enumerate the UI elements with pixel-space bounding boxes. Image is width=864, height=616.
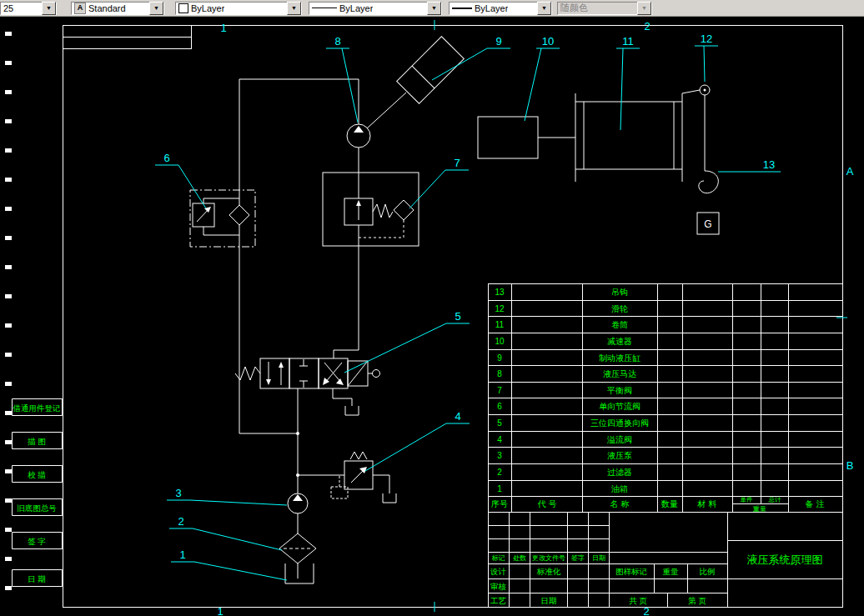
tb-process-date: 日期 — [541, 596, 557, 605]
tb-sign: 签字 — [571, 554, 585, 562]
color-combo-arrow-icon[interactable]: ▼ — [287, 2, 301, 15]
layer-combo-arrow-icon[interactable]: ▼ — [42, 2, 56, 15]
drawing-canvas[interactable]: 借通用件登记 描 图 校 描 旧底图总号 签 字 日 期 1 2 1 2 A B — [0, 0, 864, 616]
parts-row-name: 滑轮 — [611, 304, 628, 313]
tb-count: 处数 — [513, 554, 526, 562]
parts-header-remarks: 备 注 — [806, 499, 825, 508]
title-block: 标记 处数 更改文件号 签字 日期 设计 标准化 审核 工艺 日期 图样标记 重… — [488, 512, 842, 608]
parts-row-name: 液压泵 — [607, 451, 632, 460]
motor-brake-link — [367, 93, 406, 128]
text-style-combo-value: Standard — [88, 3, 126, 13]
lineweight-combo[interactable]: ByLayer ▼ — [449, 2, 552, 15]
callout-number-8: 8 — [334, 35, 340, 48]
parts-header-material: 材 料 — [697, 499, 717, 508]
parts-row-no: 4 — [497, 435, 502, 444]
layer-combo-value: 25 — [3, 3, 13, 13]
callout-number-10: 10 — [542, 35, 554, 48]
parts-row-no: 13 — [495, 288, 505, 297]
lineweight-sample-icon — [452, 8, 472, 9]
linetype-sample-icon — [312, 8, 337, 8]
margin-label: 签 字 — [28, 537, 46, 546]
margin-label: 校 描 — [27, 470, 46, 479]
motor-flow-triangle — [354, 126, 364, 133]
callout-number-5: 5 — [455, 310, 460, 323]
color-combo[interactable]: ByLayer ▼ — [175, 2, 302, 15]
margin-scale-ticks — [5, 32, 12, 590]
lineweight-combo-arrow-icon[interactable]: ▼ — [537, 2, 551, 15]
tb-date: 日期 — [592, 554, 605, 562]
callouts: 1 2 3 4 5 6 7 8 9 10 11 12 13 — [155, 33, 781, 580]
hydraulic-motor-symbol — [347, 93, 406, 148]
margin-label: 描 图 — [27, 437, 46, 446]
relief-valve-symbol — [298, 452, 396, 503]
callout-number-1: 1 — [179, 548, 185, 561]
parts-row-name: 吊钩 — [611, 288, 628, 297]
zone-markers: 1 2 1 2 A B — [217, 20, 853, 616]
parts-row-name: 三位四通换向阀 — [590, 418, 649, 428]
hook-symbol — [699, 163, 719, 193]
tb-audit: 审核 — [490, 582, 507, 591]
balance-check-diamond — [394, 200, 414, 220]
parts-row-no: 3 — [497, 451, 502, 460]
parts-row-no: 2 — [497, 468, 502, 477]
parts-row-name: 过滤器 — [607, 468, 632, 477]
linetype-combo[interactable]: ByLayer ▼ — [309, 2, 442, 15]
parts-table-horizontal-lines — [488, 284, 842, 513]
callout-number-2: 2 — [178, 515, 183, 528]
reducer-symbol — [478, 117, 538, 158]
callout-number-3: 3 — [175, 487, 181, 499]
tb-change-doc: 更改文件号 — [532, 554, 565, 562]
tb-drawing-mark: 图样标记 — [615, 567, 647, 576]
parts-row-no: 5 — [497, 418, 502, 428]
drum-symbol — [575, 93, 682, 182]
layer-combo[interactable]: 25 ▼ — [0, 2, 57, 15]
parts-row-no: 10 — [495, 337, 505, 346]
parts-row-name: 平衡阀 — [607, 386, 632, 395]
parts-header-unit: 单件 — [741, 496, 754, 503]
parts-row-no: 8 — [497, 369, 502, 378]
text-style-combo-arrow-icon[interactable]: ▼ — [149, 2, 163, 15]
linetype-combo-arrow-icon[interactable]: ▼ — [427, 2, 441, 15]
parts-header-name: 名 称 — [610, 499, 630, 508]
parts-row-name: 液压马达 — [603, 369, 636, 378]
relief-drain-tank — [373, 475, 396, 503]
parts-row-no: 9 — [497, 353, 502, 363]
callout-number-9: 9 — [495, 35, 501, 48]
margin-label: 旧底图总号 — [17, 503, 57, 513]
parts-row-no: 11 — [495, 320, 505, 329]
parts-row-no: 6 — [497, 402, 502, 411]
text-style-combo[interactable]: A Standard ▼ — [71, 2, 164, 15]
zone-right-a: A — [846, 165, 854, 178]
tb-scale: 比例 — [700, 567, 716, 576]
tb-sheet-no: 第 页 — [688, 596, 706, 605]
margin-label: 日 期 — [28, 574, 46, 583]
filter-symbol — [279, 533, 316, 563]
text-style-icon: A — [74, 3, 86, 14]
lineweight-combo-value: ByLayer — [475, 3, 508, 13]
color-swatch-icon — [178, 3, 188, 13]
weight-box: G — [697, 213, 719, 234]
valve-drain-tank — [333, 388, 359, 415]
parts-row-no: 1 — [497, 484, 502, 493]
callout-number-7: 7 — [454, 157, 460, 169]
tb-process: 工艺 — [490, 596, 507, 605]
zone-top-2: 2 — [644, 20, 650, 33]
relief-valve-spring — [350, 452, 367, 459]
parts-header-qty: 数量 — [661, 499, 678, 508]
drawing-title: 液压系统原理图 — [747, 553, 823, 566]
parts-header-no: 序号 — [491, 499, 508, 508]
parts-header-total: 总计 — [768, 496, 782, 503]
zone-bottom-2: 2 — [643, 605, 649, 616]
tb-mark: 标记 — [492, 554, 505, 562]
object-properties-toolbar: 25 ▼ A Standard ▼ ByLayer ▼ ByLayer ▼ By… — [0, 0, 864, 17]
parts-row-no: 12 — [495, 304, 505, 313]
zone-right-b: B — [846, 459, 854, 472]
parts-header-code: 代 号 — [538, 499, 557, 508]
plotstyle-combo-value: 随颜色 — [560, 2, 588, 14]
throttle-valve-symbol — [190, 79, 255, 433]
pump-symbol — [288, 493, 308, 513]
pipe-lines — [239, 79, 575, 578]
zone-top-1: 1 — [220, 22, 226, 34]
callout-number-11: 11 — [622, 35, 634, 48]
tb-weight: 重量 — [663, 567, 680, 576]
